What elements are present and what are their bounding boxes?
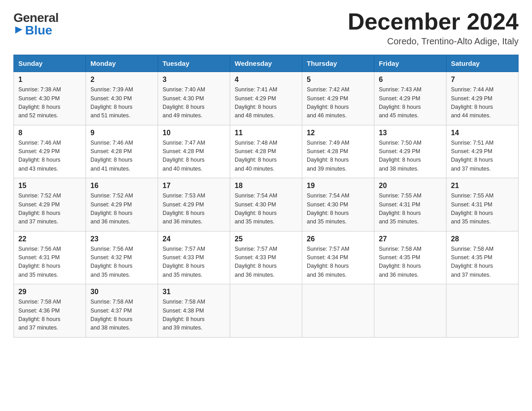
day-number: 22 [18, 235, 81, 243]
calendar-cell: 13Sunrise: 7:50 AMSunset: 4:29 PMDayligh… [374, 125, 446, 178]
calendar-cell: 3Sunrise: 7:40 AMSunset: 4:30 PMDaylight… [158, 72, 230, 125]
header-monday: Monday [86, 55, 158, 72]
day-number: 24 [163, 235, 225, 243]
day-number: 18 [235, 182, 297, 190]
day-number: 8 [18, 129, 81, 137]
calendar-cell: 12Sunrise: 7:49 AMSunset: 4:28 PMDayligh… [302, 125, 374, 178]
calendar-cell: 18Sunrise: 7:54 AMSunset: 4:30 PMDayligh… [230, 178, 302, 231]
calendar-week-1: 1Sunrise: 7:38 AMSunset: 4:30 PMDaylight… [14, 72, 519, 125]
day-number: 28 [451, 235, 514, 243]
day-number: 10 [163, 129, 225, 137]
calendar-week-4: 22Sunrise: 7:56 AMSunset: 4:31 PMDayligh… [14, 231, 519, 284]
day-info: Sunrise: 7:49 AMSunset: 4:28 PMDaylight:… [307, 139, 369, 174]
day-info: Sunrise: 7:52 AMSunset: 4:29 PMDaylight:… [18, 192, 81, 227]
calendar-week-5: 29Sunrise: 7:58 AMSunset: 4:36 PMDayligh… [14, 284, 519, 338]
calendar-cell: 28Sunrise: 7:58 AMSunset: 4:35 PMDayligh… [446, 231, 519, 284]
calendar-cell [446, 284, 519, 338]
day-number: 26 [307, 235, 369, 243]
day-info: Sunrise: 7:43 AMSunset: 4:29 PMDaylight:… [379, 86, 442, 120]
day-info: Sunrise: 7:50 AMSunset: 4:29 PMDaylight:… [379, 139, 442, 174]
calendar-cell: 15Sunrise: 7:52 AMSunset: 4:29 PMDayligh… [14, 178, 86, 231]
calendar-cell: 31Sunrise: 7:58 AMSunset: 4:38 PMDayligh… [158, 284, 230, 338]
day-info: Sunrise: 7:58 AMSunset: 4:35 PMDaylight:… [379, 245, 442, 280]
calendar-cell [374, 284, 446, 338]
day-number: 4 [235, 76, 297, 84]
day-info: Sunrise: 7:48 AMSunset: 4:28 PMDaylight:… [235, 139, 297, 174]
day-info: Sunrise: 7:40 AMSunset: 4:30 PMDaylight:… [163, 86, 225, 120]
day-info: Sunrise: 7:53 AMSunset: 4:29 PMDaylight:… [163, 192, 225, 227]
calendar-week-3: 15Sunrise: 7:52 AMSunset: 4:29 PMDayligh… [14, 178, 519, 231]
day-number: 19 [307, 182, 369, 190]
day-info: Sunrise: 7:56 AMSunset: 4:32 PMDaylight:… [90, 245, 153, 280]
day-number: 25 [235, 235, 297, 243]
day-info: Sunrise: 7:57 AMSunset: 4:33 PMDaylight:… [235, 245, 297, 280]
header-wednesday: Wednesday [230, 55, 302, 72]
day-number: 11 [235, 129, 297, 137]
day-number: 1 [18, 76, 81, 84]
calendar-week-2: 8Sunrise: 7:46 AMSunset: 4:29 PMDaylight… [14, 125, 519, 178]
page-header: General Blue December 2024 Coredo, Trent… [13, 9, 519, 47]
calendar-cell: 30Sunrise: 7:58 AMSunset: 4:37 PMDayligh… [86, 284, 158, 338]
calendar-cell: 14Sunrise: 7:51 AMSunset: 4:29 PMDayligh… [446, 125, 519, 178]
calendar-cell: 25Sunrise: 7:57 AMSunset: 4:33 PMDayligh… [230, 231, 302, 284]
day-info: Sunrise: 7:52 AMSunset: 4:29 PMDaylight:… [90, 192, 153, 227]
day-number: 23 [90, 235, 153, 243]
logo: General Blue [13, 9, 59, 37]
logo-general-text: General [13, 12, 59, 24]
day-info: Sunrise: 7:54 AMSunset: 4:30 PMDaylight:… [235, 192, 297, 227]
calendar-cell: 11Sunrise: 7:48 AMSunset: 4:28 PMDayligh… [230, 125, 302, 178]
calendar-cell: 20Sunrise: 7:55 AMSunset: 4:31 PMDayligh… [374, 178, 446, 231]
day-number: 3 [163, 76, 225, 84]
day-info: Sunrise: 7:46 AMSunset: 4:28 PMDaylight:… [90, 139, 153, 174]
location-text: Coredo, Trentino-Alto Adige, Italy [348, 36, 519, 47]
day-info: Sunrise: 7:46 AMSunset: 4:29 PMDaylight:… [18, 139, 81, 174]
day-info: Sunrise: 7:57 AMSunset: 4:33 PMDaylight:… [163, 245, 225, 280]
calendar-cell: 2Sunrise: 7:39 AMSunset: 4:30 PMDaylight… [86, 72, 158, 125]
day-number: 20 [379, 182, 442, 190]
calendar-header-row: SundayMondayTuesdayWednesdayThursdayFrid… [14, 55, 519, 72]
calendar-cell: 22Sunrise: 7:56 AMSunset: 4:31 PMDayligh… [14, 231, 86, 284]
day-info: Sunrise: 7:55 AMSunset: 4:31 PMDaylight:… [451, 192, 514, 227]
header-saturday: Saturday [446, 55, 519, 72]
day-info: Sunrise: 7:42 AMSunset: 4:29 PMDaylight:… [307, 86, 369, 120]
day-info: Sunrise: 7:51 AMSunset: 4:29 PMDaylight:… [451, 139, 514, 174]
day-info: Sunrise: 7:47 AMSunset: 4:28 PMDaylight:… [163, 139, 225, 174]
calendar-cell: 27Sunrise: 7:58 AMSunset: 4:35 PMDayligh… [374, 231, 446, 284]
logo-triangle-icon [13, 25, 23, 34]
day-number: 6 [379, 76, 442, 84]
day-info: Sunrise: 7:55 AMSunset: 4:31 PMDaylight:… [379, 192, 442, 227]
calendar-cell: 16Sunrise: 7:52 AMSunset: 4:29 PMDayligh… [86, 178, 158, 231]
calendar-cell: 24Sunrise: 7:57 AMSunset: 4:33 PMDayligh… [158, 231, 230, 284]
day-number: 15 [18, 182, 81, 190]
day-info: Sunrise: 7:54 AMSunset: 4:30 PMDaylight:… [307, 192, 369, 227]
calendar-cell: 10Sunrise: 7:47 AMSunset: 4:28 PMDayligh… [158, 125, 230, 178]
calendar-cell: 7Sunrise: 7:44 AMSunset: 4:29 PMDaylight… [446, 72, 519, 125]
day-info: Sunrise: 7:57 AMSunset: 4:34 PMDaylight:… [307, 245, 369, 280]
day-number: 31 [163, 288, 225, 296]
day-info: Sunrise: 7:58 AMSunset: 4:35 PMDaylight:… [451, 245, 514, 280]
header-friday: Friday [374, 55, 446, 72]
calendar-cell: 8Sunrise: 7:46 AMSunset: 4:29 PMDaylight… [14, 125, 86, 178]
calendar-cell: 23Sunrise: 7:56 AMSunset: 4:32 PMDayligh… [86, 231, 158, 284]
day-number: 9 [90, 129, 153, 137]
day-number: 14 [451, 129, 514, 137]
day-info: Sunrise: 7:38 AMSunset: 4:30 PMDaylight:… [18, 86, 81, 120]
day-info: Sunrise: 7:44 AMSunset: 4:29 PMDaylight:… [451, 86, 514, 120]
day-number: 27 [379, 235, 442, 243]
header-sunday: Sunday [14, 55, 86, 72]
month-title: December 2024 [348, 9, 519, 34]
day-number: 16 [90, 182, 153, 190]
day-number: 5 [307, 76, 369, 84]
calendar-cell: 26Sunrise: 7:57 AMSunset: 4:34 PMDayligh… [302, 231, 374, 284]
calendar-cell: 29Sunrise: 7:58 AMSunset: 4:36 PMDayligh… [14, 284, 86, 338]
day-info: Sunrise: 7:58 AMSunset: 4:38 PMDaylight:… [163, 298, 225, 333]
day-number: 30 [90, 288, 153, 296]
day-number: 13 [379, 129, 442, 137]
calendar-cell: 1Sunrise: 7:38 AMSunset: 4:30 PMDaylight… [14, 72, 86, 125]
calendar-cell [302, 284, 374, 338]
calendar-cell: 9Sunrise: 7:46 AMSunset: 4:28 PMDaylight… [86, 125, 158, 178]
day-info: Sunrise: 7:39 AMSunset: 4:30 PMDaylight:… [90, 86, 153, 120]
svg-marker-0 [15, 26, 22, 34]
day-number: 12 [307, 129, 369, 137]
day-info: Sunrise: 7:58 AMSunset: 4:37 PMDaylight:… [90, 298, 153, 333]
